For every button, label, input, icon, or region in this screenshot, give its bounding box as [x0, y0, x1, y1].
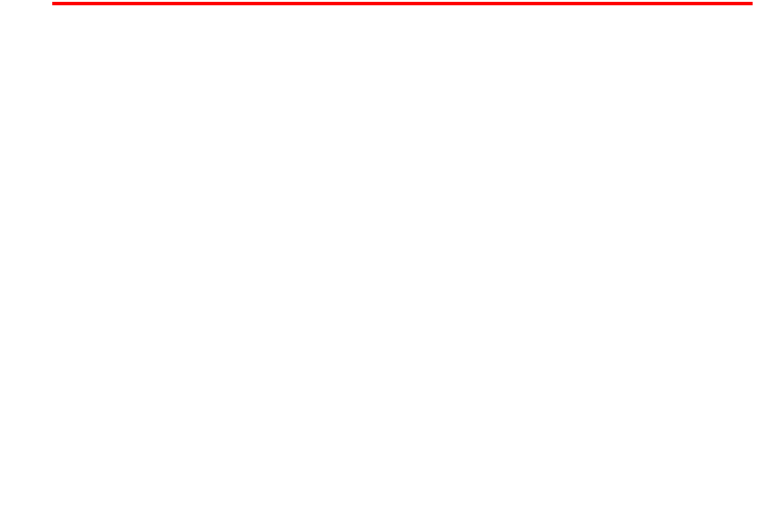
- xml-block-highlighted: [52, 2, 753, 5]
